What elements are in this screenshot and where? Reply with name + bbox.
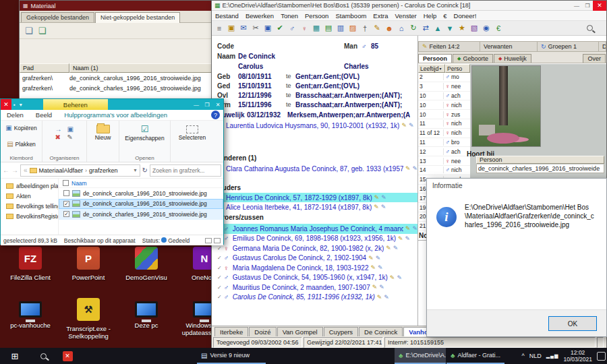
file-checkbox[interactable] bbox=[63, 190, 69, 196]
person-name[interactable]: Emilius De Coninck, 69, 1898-1968 (x1923… bbox=[233, 235, 396, 242]
edit-icon[interactable]: ✎ bbox=[412, 165, 417, 172]
taskbar-app-icon[interactable]: ✕ bbox=[59, 351, 76, 361]
toolbar-icon[interactable]: ◉ bbox=[480, 22, 492, 34]
roepnaam-value[interactable]: Charles bbox=[344, 63, 369, 70]
tab-persoon[interactable]: Persoon bbox=[418, 54, 452, 63]
toolbar-icon[interactable]: ≡ bbox=[213, 22, 225, 34]
toolbar-icon[interactable]: ▣ bbox=[225, 22, 237, 34]
tab-niet-gekoppelde-bestanden[interactable]: Niet-gekoppelde bestanden bbox=[95, 12, 180, 23]
taskbar-button-aldfaer-file[interactable]: ♣ E:\OneDrive\A... bbox=[395, 348, 446, 364]
edit-icon[interactable]: ✎ bbox=[405, 225, 411, 232]
edit-icon[interactable]: ✎ bbox=[397, 274, 402, 281]
menu-item[interactable]: Extra bbox=[370, 12, 391, 20]
plakken-button[interactable]: ▤Plakken bbox=[7, 139, 36, 149]
toolbar-icon[interactable]: ✂ bbox=[250, 22, 262, 34]
person-row[interactable]: ♀ Alice Leonia Iterbeke, 41, 1872-1914 (… bbox=[212, 202, 417, 212]
person-row[interactable]: ✓ ♀ Maria Magdalena De Coninck, 18, 1903… bbox=[212, 263, 417, 273]
tab-gekoppelde-bestanden[interactable]: Gekoppelde bestanden bbox=[21, 12, 94, 22]
edit-icon[interactable]: ✎ bbox=[412, 225, 417, 232]
clock[interactable]: 12:02 10/03/2021 bbox=[563, 349, 592, 363]
column-header-leeftijd[interactable]: Leeftijd▾ bbox=[418, 64, 445, 73]
column-header-naam[interactable]: Naam (1) bbox=[69, 63, 215, 73]
close-icon[interactable]: ✕ bbox=[212, 102, 223, 108]
edit-icon[interactable]: ✎ bbox=[390, 274, 395, 281]
tab-diversen[interactable]: Dv bbox=[599, 42, 606, 51]
kopieren-button[interactable]: ▣Kopiëren bbox=[5, 123, 36, 133]
person-name[interactable]: Germana Maria De Coninck, 82, 1900-1982 … bbox=[233, 245, 384, 252]
tab-groepen[interactable]: ↻ Groepen 1 bbox=[538, 42, 599, 51]
toolbar-icon[interactable]: ☻ bbox=[383, 22, 395, 34]
aldfaer-titlebar[interactable]: ▦ E:\OneDrive\Aldfaer\Stambomen\Het Bos\… bbox=[212, 1, 606, 11]
partner-name[interactable]: Laurentia Ludovica Huysmans, 90, 1910-20… bbox=[226, 122, 399, 129]
chevron-down-icon[interactable]: ▾ bbox=[18, 102, 24, 108]
edit-icon[interactable]: ✎ bbox=[386, 245, 391, 251]
nav-folder-item[interactable]: Akten bbox=[1, 191, 58, 201]
edit-icon[interactable]: ✎ bbox=[409, 122, 414, 129]
file-row[interactable]: de_coninck_carolus_1996_2010_strooiweide… bbox=[59, 188, 223, 199]
person-name[interactable]: Clara Catharina Augusta De Coninck, 87, … bbox=[226, 165, 403, 173]
tab-delen[interactable]: Delen bbox=[1, 111, 30, 119]
edit-icon[interactable]: ✎ bbox=[405, 235, 411, 242]
person-row[interactable]: ✓ ♂ Carolus De Coninck, 85, 1911-1996 (x… bbox=[212, 293, 417, 303]
life-event-row[interactable]: Crm 15/11/1996 te Brasschaat;arr.Antwerp… bbox=[212, 100, 417, 110]
toolbar-icon[interactable]: ▤ bbox=[322, 22, 335, 34]
help-icon[interactable]: ? bbox=[211, 111, 220, 119]
search-button[interactable] bbox=[32, 351, 54, 361]
maximize-icon[interactable]: ❒ bbox=[582, 3, 593, 9]
relative-row[interactable]: 13 ♀ nee bbox=[418, 156, 470, 166]
move-to-icon[interactable]: → bbox=[55, 125, 62, 133]
start-button[interactable]: ⊞ bbox=[0, 348, 30, 364]
action-center-icon[interactable] bbox=[597, 352, 606, 361]
column-header-pad[interactable]: Pad bbox=[20, 63, 69, 73]
network-icon[interactable]: ▂▄▆ bbox=[546, 353, 559, 359]
person-row[interactable]: ✓ ♂ Gustavus Carolus De Coninck, 2, 1902… bbox=[212, 253, 417, 264]
person-name[interactable]: Henricus De Coninck, 57, 1872-1929 (x189… bbox=[226, 194, 372, 202]
contextual-tab-beheren[interactable]: Beheren bbox=[43, 99, 108, 110]
grave-photo[interactable] bbox=[471, 65, 541, 147]
naam-value[interactable]: De Coninck bbox=[238, 53, 275, 60]
taskbar-button-versie[interactable]: ▤ Versie 9 nieuw bbox=[197, 348, 266, 364]
relative-row[interactable]: 11 ♂ bro bbox=[418, 138, 470, 148]
person-row[interactable]: ✓ ♂ Mauritius De Coninck, 2 maanden, 190… bbox=[212, 282, 417, 293]
delete-icon[interactable]: ✖ bbox=[55, 133, 62, 141]
toolbar-icon[interactable]: ▲ bbox=[432, 22, 444, 34]
link-document-icon[interactable]: ❏ bbox=[38, 26, 47, 36]
tab-verwanten[interactable]: Verwanten bbox=[480, 42, 538, 51]
file-checkbox[interactable]: ✓ bbox=[63, 201, 69, 207]
life-event-row[interactable]: Ged 15/10/1911 te Gent;arr.Gent;(OVL) bbox=[212, 82, 417, 91]
minimize-icon[interactable]: — bbox=[191, 102, 202, 108]
nieuwe-map-button[interactable]: Nieuw bbox=[95, 123, 111, 141]
edit-icon[interactable]: ✎ bbox=[398, 235, 403, 242]
edit-icon[interactable]: ✎ bbox=[381, 204, 386, 210]
toolbar-icon[interactable]: ▨ bbox=[347, 22, 359, 34]
person-name[interactable]: Mauritius De Coninck, 2 maanden, 1907-19… bbox=[233, 284, 370, 291]
edit-icon[interactable]: ✎ bbox=[371, 264, 376, 271]
eigenschappen-button[interactable]: ☑ Eigenschappen bbox=[125, 123, 165, 142]
nav-folder-item[interactable]: Bevolkings telling bbox=[1, 201, 58, 211]
relative-row[interactable]: 12 ♂ ach bbox=[418, 147, 470, 156]
relative-row[interactable]: 10 ♀ nich bbox=[418, 100, 470, 110]
tab-hulpprogrammas[interactable]: Hulpprogramma's voor afbeeldingen bbox=[58, 111, 173, 119]
dialog-titlebar[interactable]: Informatie bbox=[427, 179, 606, 192]
toolbar-icon[interactable]: ↻ bbox=[407, 22, 420, 34]
address-box[interactable]: « MateriaalAldfaer › grafzerken ▾ bbox=[20, 164, 140, 177]
copy-to-icon[interactable]: ▣ bbox=[67, 125, 74, 133]
person-name[interactable]: Alice Leonia Iterbeke, 41, 1872-1914 (x1… bbox=[226, 204, 372, 211]
taskbar-button-aldfaer-help[interactable]: ♣ Aldfaer - Grati... bbox=[446, 348, 504, 364]
chevron-down-icon[interactable]: ▾ bbox=[134, 167, 137, 173]
desktop-icon[interactable]: P PowerPoint bbox=[59, 244, 117, 295]
menu-item[interactable]: € bbox=[440, 12, 450, 20]
menu-item[interactable]: Stamboom bbox=[332, 12, 370, 20]
desktop-icon[interactable]: FZ FileZilla Client bbox=[1, 244, 59, 295]
life-event-row[interactable]: Ovl 12/11/1996 te Brasschaat;arr.Antwerp… bbox=[212, 91, 417, 100]
document-icon[interactable]: ❏ bbox=[25, 26, 33, 36]
hoort-bij-value[interactable]: de_coninck_charles_1996_2016_strooiweide bbox=[476, 164, 604, 173]
relative-row[interactable]: 11 ♀ nich bbox=[418, 119, 470, 129]
toolbar-icon[interactable]: ✎ bbox=[371, 22, 383, 34]
family-tab[interactable]: Iterbeke bbox=[214, 327, 248, 336]
toolbar-icon[interactable]: ▧ bbox=[468, 22, 480, 34]
materiaal-titlebar[interactable]: ▦ Materiaal bbox=[20, 1, 215, 11]
edit-icon[interactable]: ✎ bbox=[372, 284, 378, 291]
close-icon[interactable]: ✕ bbox=[593, 1, 606, 11]
relative-row[interactable]: 14 ♂ nich bbox=[418, 166, 470, 175]
